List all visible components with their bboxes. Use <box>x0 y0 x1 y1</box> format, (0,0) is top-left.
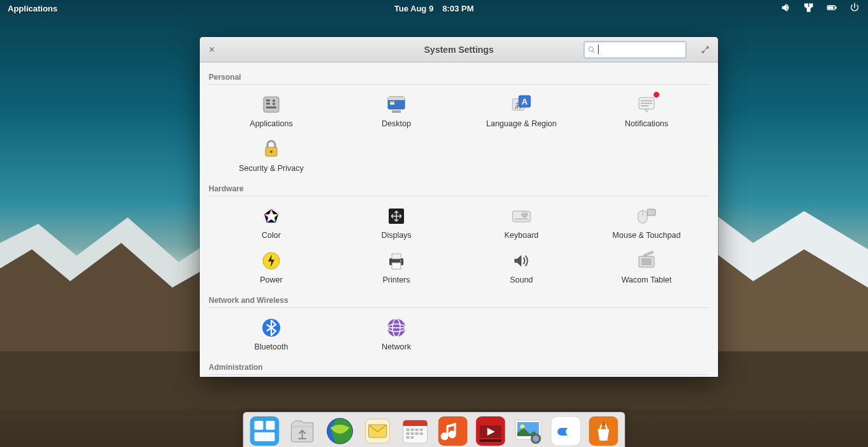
dock-files[interactable] <box>288 416 317 446</box>
dock-multitasking[interactable] <box>250 416 280 446</box>
svg-point-41 <box>400 260 402 262</box>
svg-rect-16 <box>390 101 394 105</box>
panel-time[interactable]: 8:03 PM <box>442 4 474 13</box>
power-icon[interactable] <box>849 3 860 15</box>
svg-rect-73 <box>420 429 423 431</box>
wacom-icon <box>636 250 657 272</box>
settings-item-notifications[interactable]: Notifications <box>584 90 709 135</box>
settings-item-color[interactable]: Color <box>209 202 334 246</box>
dock-browser[interactable] <box>326 416 355 446</box>
settings-item-security[interactable]: Security & Privacy <box>209 135 334 179</box>
svg-rect-60 <box>255 421 264 430</box>
svg-rect-40 <box>392 263 401 269</box>
power-icon <box>260 250 282 272</box>
settings-item-displays[interactable]: Displays <box>334 202 459 246</box>
section-header-admin: Administration <box>209 358 709 375</box>
volume-icon[interactable] <box>780 3 791 15</box>
mouse-icon <box>636 205 657 227</box>
printers-icon <box>385 250 407 272</box>
settings-item-desktop[interactable]: Desktop <box>334 90 459 135</box>
svg-rect-69 <box>403 423 428 426</box>
svg-rect-2 <box>809 4 812 7</box>
settings-content: PersonalApplicationsDesktopあALanguage & … <box>200 62 718 377</box>
settings-item-mouse[interactable]: Mouse & Touchpad <box>584 202 709 246</box>
battery-icon[interactable] <box>826 3 837 15</box>
svg-rect-77 <box>420 432 423 435</box>
svg-rect-78 <box>407 436 410 439</box>
settings-item-keyboard[interactable]: @Keyboard <box>459 202 584 246</box>
svg-rect-59 <box>250 416 280 446</box>
settings-item-label: Wacom Tablet <box>622 275 672 284</box>
maximize-button[interactable] <box>699 43 712 56</box>
settings-item-label: Power <box>260 275 282 284</box>
svg-rect-36 <box>647 209 655 216</box>
svg-rect-24 <box>641 103 652 104</box>
settings-item-printers[interactable]: Printers <box>334 246 459 291</box>
settings-item-language[interactable]: あALanguage & Region <box>459 90 584 135</box>
svg-rect-12 <box>266 106 276 108</box>
close-button[interactable]: × <box>206 44 218 55</box>
svg-rect-25 <box>641 105 648 106</box>
svg-text:A: A <box>521 97 528 106</box>
svg-point-27 <box>270 150 273 153</box>
svg-rect-3 <box>807 8 811 11</box>
panel-date[interactable]: Tue Aug 9 <box>394 4 433 13</box>
language-icon: あA <box>511 94 532 115</box>
dock-videos[interactable] <box>476 416 505 446</box>
dock-appcenter[interactable] <box>589 416 618 446</box>
search-icon <box>588 45 595 54</box>
network-icon[interactable] <box>803 3 814 15</box>
dock-settings[interactable] <box>551 416 581 446</box>
svg-rect-6 <box>828 6 834 9</box>
section-header-network: Network and Wireless <box>209 291 709 308</box>
svg-rect-8 <box>266 99 270 101</box>
network-icon <box>385 317 407 339</box>
notifications-icon <box>636 94 657 115</box>
svg-rect-7 <box>264 97 279 112</box>
svg-rect-15 <box>392 110 401 113</box>
settings-item-power[interactable]: Power <box>209 246 334 291</box>
svg-rect-72 <box>415 429 419 431</box>
svg-rect-33 <box>514 218 528 220</box>
sound-icon <box>511 250 532 272</box>
dock-photos[interactable] <box>514 416 543 446</box>
window-title: System Settings <box>424 45 494 55</box>
settings-item-label: Printers <box>382 275 410 284</box>
dock-mail[interactable] <box>363 416 393 446</box>
svg-rect-71 <box>411 429 414 431</box>
settings-item-wacom[interactable]: Wacom Tablet <box>584 246 709 291</box>
section-header-personal: Personal <box>209 68 709 85</box>
settings-item-label: Notifications <box>625 119 668 128</box>
settings-item-label: Keyboard <box>504 231 539 240</box>
search-input[interactable] <box>601 45 682 54</box>
settings-item-applications[interactable]: Applications <box>209 90 334 135</box>
settings-item-network[interactable]: Network <box>334 313 459 358</box>
svg-rect-43 <box>641 258 652 265</box>
color-icon <box>260 205 282 227</box>
dock-calendar[interactable] <box>401 416 430 446</box>
settings-item-label: Sound <box>510 275 533 284</box>
dock-music[interactable] <box>438 416 468 446</box>
settings-item-label: Mouse & Touchpad <box>613 231 681 240</box>
svg-rect-17 <box>390 102 394 103</box>
settings-item-bluetooth[interactable]: Bluetooth <box>209 313 334 358</box>
svg-text:@: @ <box>522 212 527 217</box>
desktop-icon <box>385 94 407 115</box>
svg-rect-1 <box>805 4 808 7</box>
settings-item-label: Bluetooth <box>255 342 288 351</box>
applications-icon <box>260 94 282 115</box>
security-icon <box>260 138 282 160</box>
settings-item-label: Network <box>382 342 411 351</box>
svg-rect-9 <box>266 103 270 105</box>
search-field[interactable] <box>584 41 686 58</box>
svg-point-91 <box>566 427 575 436</box>
displays-icon <box>385 205 407 227</box>
svg-rect-39 <box>392 254 401 259</box>
settings-item-sound[interactable]: Sound <box>459 246 584 291</box>
dock <box>243 412 625 447</box>
applications-menu[interactable]: Applications <box>8 4 57 13</box>
svg-rect-14 <box>388 97 405 100</box>
svg-rect-23 <box>641 100 652 101</box>
svg-rect-83 <box>480 439 502 442</box>
window-titlebar: × System Settings <box>200 37 718 62</box>
